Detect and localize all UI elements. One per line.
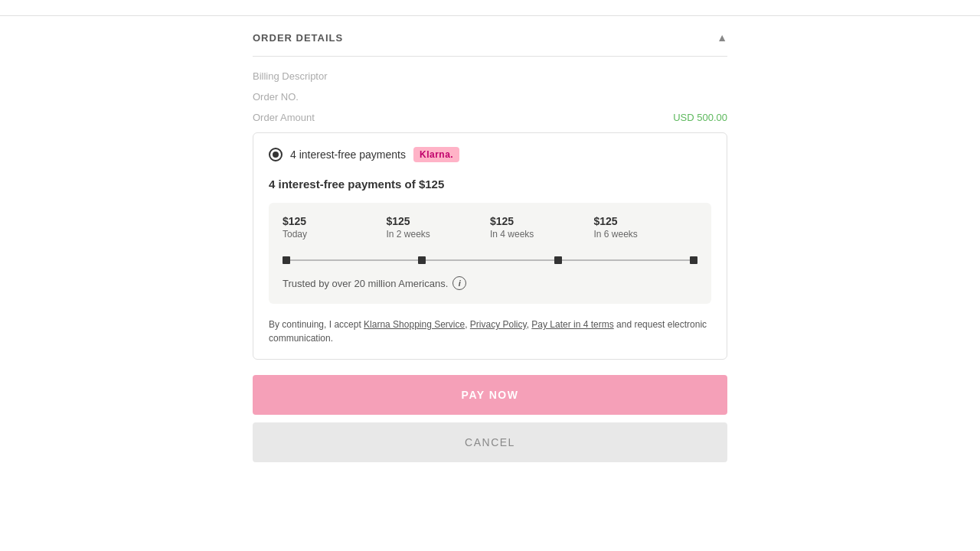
installment-amount-4: $125 [594, 215, 698, 227]
billing-descriptor-label: Billing Descriptor [253, 70, 328, 82]
timeline-dot-1 [283, 256, 290, 264]
terms-text: By continuing, I accept Klarna Shopping … [269, 318, 711, 345]
installment-amount-1: $125 [283, 215, 387, 227]
installments-box: $125 Today $125 In 2 weeks $125 In 4 wee… [269, 203, 711, 304]
timeline-dot-2 [418, 256, 426, 264]
installment-item-1: $125 Today [283, 215, 387, 246]
installment-item-2: $125 In 2 weeks [387, 215, 491, 246]
timeline-dot-4 [690, 256, 697, 264]
installment-timing-1: Today [283, 229, 387, 240]
payment-card: 4 interest-free payments Klarna. 4 inter… [253, 132, 727, 360]
radio-button[interactable] [269, 148, 283, 161]
chevron-up-icon[interactable]: ▲ [717, 31, 727, 44]
timeline-row [283, 256, 697, 264]
trusted-text: Trusted by over 20 million Americans. [283, 278, 448, 289]
terms-link-pay-later[interactable]: Pay Later in 4 terms [531, 319, 613, 330]
pay-now-button[interactable]: PAY NOW [253, 375, 727, 415]
order-amount-value: USD 500.00 [673, 112, 727, 123]
installment-item-3: $125 In 4 weeks [490, 215, 594, 246]
timeline-dot-3 [554, 256, 562, 264]
installment-amount-2: $125 [387, 215, 491, 227]
order-details-divider [253, 56, 727, 57]
radio-selected-indicator [273, 152, 279, 158]
order-amount-label: Order Amount [253, 112, 315, 123]
payment-option-row[interactable]: 4 interest-free payments Klarna. [269, 147, 711, 162]
top-divider [0, 15, 980, 16]
payment-description: 4 interest-free payments of $125 [269, 178, 711, 191]
order-details-header: ORDER DETAILS ▲ [253, 31, 727, 44]
terms-link-klarna[interactable]: Klarna Shopping Service [364, 319, 465, 330]
order-details-title: ORDER DETAILS [253, 32, 343, 44]
installment-timing-3: In 4 weeks [490, 229, 594, 240]
cancel-button[interactable]: CANCEL [253, 422, 727, 462]
info-icon[interactable]: i [452, 276, 466, 290]
installment-timing-2: In 2 weeks [387, 229, 491, 240]
order-no-label: Order NO. [253, 91, 299, 103]
installment-timing-4: In 6 weeks [594, 229, 698, 240]
payment-option-label: 4 interest-free payments [290, 148, 406, 161]
installment-item-4: $125 In 6 weeks [594, 215, 698, 246]
order-no-row: Order NO. [253, 91, 727, 103]
billing-descriptor-row: Billing Descriptor [253, 70, 727, 82]
installments-grid: $125 Today $125 In 2 weeks $125 In 4 wee… [283, 215, 697, 246]
trusted-text-row: Trusted by over 20 million Americans. i [283, 276, 697, 290]
timeline-dots [283, 256, 697, 264]
terms-sep1: , [465, 319, 470, 330]
terms-prefix: By continuing, I accept [269, 319, 364, 330]
page-container: ORDER DETAILS ▲ Billing Descriptor Order… [0, 0, 980, 551]
terms-link-privacy[interactable]: Privacy Policy [470, 319, 527, 330]
order-amount-row: Order Amount USD 500.00 [253, 112, 727, 123]
installment-amount-3: $125 [490, 215, 594, 227]
klarna-badge: Klarna. [413, 147, 459, 162]
content-area: ORDER DETAILS ▲ Billing Descriptor Order… [253, 31, 727, 462]
